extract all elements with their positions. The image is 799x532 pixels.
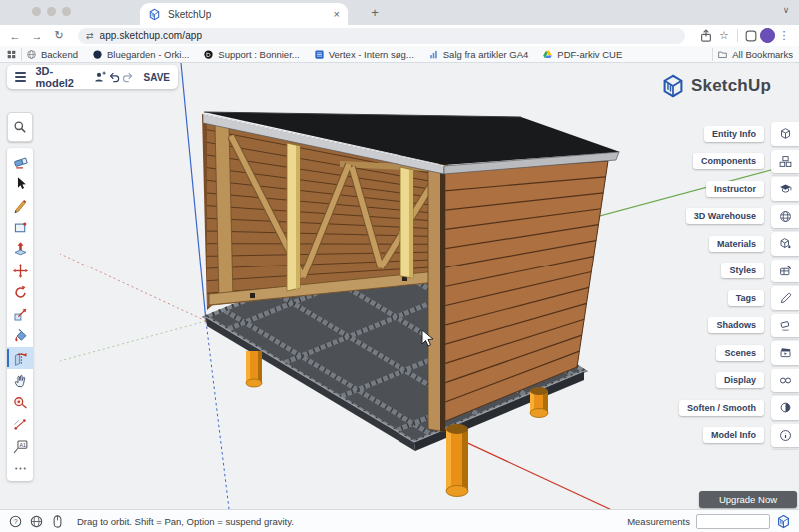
main-menu-icon[interactable]: [15, 70, 26, 84]
add-collaborator-icon[interactable]: [93, 69, 107, 85]
panel-label: Soften / Smooth: [679, 400, 764, 416]
model-info-panel-button[interactable]: [771, 424, 799, 448]
reload-button[interactable]: ↻: [48, 29, 70, 42]
eraser-tool[interactable]: [7, 150, 33, 172]
browser-menu-icon[interactable]: ⋮: [775, 28, 793, 44]
browser-tab[interactable]: SketchUp ×: [140, 3, 348, 25]
window-zoom-button[interactable]: [62, 7, 71, 16]
forward-button[interactable]: →: [26, 30, 48, 42]
entity-info-panel-button[interactable]: [771, 122, 799, 146]
measurements-label: Measurements: [627, 516, 690, 527]
upgrade-button[interactable]: Upgrade Now: [699, 491, 797, 508]
measurements-input[interactable]: [696, 514, 770, 529]
components-panel-button[interactable]: [771, 150, 799, 174]
app-header-card: 3D-model2 SAVE: [7, 65, 178, 89]
rotate-tool[interactable]: [7, 281, 33, 303]
paint-bucket-tool[interactable]: [7, 325, 33, 347]
more-tools-icon: [12, 460, 29, 477]
url-text: app.sketchup.com/app: [100, 30, 203, 41]
display-panel-button[interactable]: [771, 369, 799, 393]
sketchup-logo-icon: [776, 514, 791, 529]
undo-icon[interactable]: [107, 69, 121, 85]
panel-row-components: Components: [679, 150, 799, 174]
share-icon[interactable]: [697, 28, 715, 44]
bookmark-item[interactable]: Salg fra artikler GA4: [428, 49, 529, 60]
panel-label: Instructor: [706, 181, 764, 197]
post: [246, 351, 262, 387]
scale-tool[interactable]: [7, 303, 33, 325]
status-bar: ? Drag to orbit. Shift = Pan, Option = s…: [0, 509, 799, 532]
panel-row-instructor: Instructor: [679, 177, 799, 201]
site-settings-icon[interactable]: ⇄: [86, 31, 94, 41]
hand-icon: [12, 372, 29, 389]
bookmark-item[interactable]: PDF-arkiv CUE: [542, 49, 622, 60]
instructor-panel-button[interactable]: [771, 177, 799, 201]
move-icon: [12, 263, 29, 279]
paint-bucket-icon: [12, 328, 29, 345]
address-bar[interactable]: ⇄ app.sketchup.com/app: [78, 28, 685, 44]
flip-icon: [12, 350, 29, 367]
push-pull-icon: [12, 241, 29, 258]
flip-tool[interactable]: [7, 347, 33, 369]
bookmark-item[interactable]: Bluegarden - Orki...: [92, 49, 189, 60]
bookmark-star-icon[interactable]: ☆: [715, 28, 733, 44]
globe-fav-icon: [26, 49, 37, 60]
status-hint-text: Drag to orbit. Shift = Pan, Option = sus…: [77, 516, 294, 527]
bookmark-item[interactable]: Vertex - Intern søg...: [314, 49, 414, 60]
tab-search-chevron-icon[interactable]: ∨: [778, 4, 794, 20]
panel-row-soften: Soften / Smooth: [679, 396, 799, 420]
panel-row-tags: Tags: [679, 286, 799, 310]
rectangle-tool[interactable]: [7, 216, 33, 238]
tags-panel-button[interactable]: [771, 286, 799, 310]
window-minimize-button[interactable]: [47, 7, 56, 16]
dimension-tool[interactable]: [7, 413, 33, 435]
new-tab-button[interactable]: +: [366, 4, 384, 22]
more-tools-tool[interactable]: [7, 457, 33, 479]
soften-panel-button[interactable]: [771, 396, 799, 420]
panel-label: Materials: [709, 236, 764, 252]
hand-tool[interactable]: [7, 369, 33, 391]
select-tool[interactable]: [7, 172, 33, 194]
document-title[interactable]: 3D-model2: [35, 65, 85, 89]
back-button[interactable]: ←: [4, 30, 26, 42]
warehouse-panel-button[interactable]: [771, 205, 799, 229]
push-pull-tool[interactable]: [7, 238, 33, 260]
help-icon[interactable]: ?: [8, 514, 23, 529]
sketchup-brand: SketchUp: [661, 74, 771, 98]
right-panel: Entity Info Components Instructor: [679, 122, 799, 447]
select-icon: [12, 175, 29, 192]
display-icon: [778, 373, 793, 388]
shadows-panel-button[interactable]: [771, 314, 799, 338]
line-tool[interactable]: [7, 194, 33, 216]
tab-close-icon[interactable]: ×: [334, 8, 340, 20]
tape-measure-tool[interactable]: [7, 391, 33, 413]
text-label-tool[interactable]: A1: [7, 435, 33, 457]
move-tool[interactable]: [7, 260, 33, 281]
square-blue-fav-icon: [314, 49, 325, 60]
save-button[interactable]: SAVE: [144, 72, 171, 83]
bookmark-item[interactable]: Backend: [26, 49, 78, 60]
styles-panel-button[interactable]: [771, 260, 799, 283]
extensions-icon[interactable]: [742, 28, 760, 44]
bookmark-item[interactable]: Support : Bonnier...: [203, 49, 299, 60]
panel-label: Model Info: [703, 427, 764, 443]
window-close-button[interactable]: [32, 7, 41, 16]
tab-title: SketchUp: [168, 9, 334, 20]
rotate-icon: [12, 284, 29, 301]
materials-panel-button[interactable]: [771, 232, 799, 256]
redo-icon[interactable]: [121, 69, 135, 85]
scenes-panel-button[interactable]: [771, 341, 799, 365]
circle-black-fav-icon: [203, 49, 214, 60]
panel-row-materials: Materials: [679, 232, 799, 256]
eraser-icon: [12, 153, 29, 170]
components-icon: [778, 154, 793, 169]
search-tool-button[interactable]: [7, 112, 33, 142]
all-bookmarks-button[interactable]: All Bookmarks: [708, 48, 793, 61]
panel-label: 3D Warehouse: [686, 208, 764, 224]
bookmark-label: Vertex - Intern søg...: [329, 49, 414, 60]
line-icon: [12, 197, 29, 214]
circle-navy-fav-icon: [92, 49, 103, 60]
profile-avatar[interactable]: [760, 28, 775, 43]
language-globe-icon[interactable]: [29, 514, 44, 529]
apps-grid-icon[interactable]: [6, 49, 17, 60]
